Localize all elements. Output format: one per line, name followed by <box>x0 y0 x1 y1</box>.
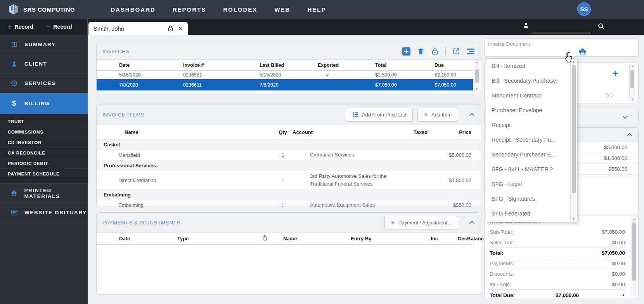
summary-scrollbar[interactable]: ▲ <box>631 218 637 296</box>
item-qty: 1 <box>273 177 293 183</box>
invoice-total: $7,050.00 <box>375 82 435 88</box>
sidebar-subitem-ca-reconcile[interactable]: CA RECONCILE <box>0 148 88 158</box>
dropdown-option-sfg-signatures[interactable]: SFG - Signatures <box>486 191 577 206</box>
close-icon[interactable]: × <box>178 25 183 32</box>
invoice-date: 5/15/2020 <box>119 72 183 78</box>
sidebar-item-website-obituary[interactable]: WEBSITE OBITUARY <box>0 203 88 222</box>
dropdown-option-sfg-federated[interactable]: SFG Federated <box>486 206 577 221</box>
scroll-down-icon[interactable]: ▼ <box>630 98 635 101</box>
sidebar-subitem-periodic-debit[interactable]: PERIODIC DEBIT <box>0 158 88 169</box>
invoice-item-row[interactable]: Mansfield1Cremation Services$5,000.00 <box>97 150 481 160</box>
sidebar-subitem-payment-schedule[interactable]: PAYMENT SCHEDULE <box>0 169 88 179</box>
invoice-row[interactable]: 7/8/202002366117/8/2020$7,050.00$7,050.0… <box>97 79 473 90</box>
user-avatar[interactable]: SS <box>577 2 591 16</box>
item-price: $550.00 <box>438 202 481 208</box>
invoice-exported-check-icon: ✓ <box>318 72 375 78</box>
topnav-item-reports[interactable]: REPORTS <box>173 6 206 13</box>
invoices-scrollbar[interactable]: ▲ ▼ <box>474 60 480 91</box>
payments-title: PAYMENTS & ADJUSTMENTS <box>102 220 180 226</box>
scroll-up-icon[interactable]: ▲ <box>631 218 637 221</box>
printer-icon[interactable] <box>578 48 587 57</box>
item-group-header: Professional Services <box>97 160 481 171</box>
tab-bar: + Record − Record Smith, John × <box>0 19 644 35</box>
search-icon[interactable] <box>597 23 605 31</box>
remove-record-label: Record <box>53 24 72 30</box>
chevron-down-icon[interactable] <box>622 114 628 121</box>
open-external-icon[interactable] <box>452 47 460 55</box>
menu-lines-icon[interactable] <box>467 48 475 55</box>
sidebar-item-billing[interactable]: $BILLING <box>0 93 88 114</box>
dropdown-option-receipt[interactable]: Receipt <box>486 118 577 132</box>
record-controls: + Record − Record <box>0 19 88 35</box>
sidebar-item-summary[interactable]: SUMMARY <box>0 35 88 54</box>
item-group-header: Casket <box>97 139 481 150</box>
add-item-button[interactable]: + Add Item <box>417 108 458 122</box>
tab-smith-john[interactable]: Smith, John × <box>88 22 188 35</box>
remove-record-button[interactable]: − Record <box>47 23 72 30</box>
invoices-panel: INVOICES DateInvoice #Last BilledExporte… <box>96 43 481 93</box>
topnav-item-rolodex[interactable]: ROLODEX <box>223 6 257 13</box>
scroll-thumb[interactable] <box>572 65 576 193</box>
scroll-up-icon[interactable]: ▲ <box>571 60 576 63</box>
sidebar-subitem-cd-investor[interactable]: CD INVESTOR <box>0 137 88 148</box>
scroll-down-icon[interactable]: ▼ <box>474 88 480 90</box>
dropdown-option-receipt-secondary-pu[interactable]: Receipt - Secondary Pu... <box>486 132 577 147</box>
scroll-down-icon[interactable]: ▼ <box>571 217 576 220</box>
payments-column-headers: DateTypeNameEntry ByIncDecBalance <box>97 233 473 245</box>
dropdown-option-bill-secondary-purchaser[interactable]: Bill - Secondary Purchaser <box>486 73 577 88</box>
invoices-col-invoice: Invoice # <box>183 63 260 68</box>
add-icon[interactable]: + <box>613 68 618 79</box>
add-payment-adjustment-button[interactable]: + Payment / Adjustment... <box>384 216 458 229</box>
dropdown-option-secondary-purchaser-e[interactable]: Secondary Purchaser E... <box>486 147 577 162</box>
scroll-up-icon[interactable]: ▲ <box>630 65 635 68</box>
add-from-price-list-button[interactable]: Add From Price List <box>346 108 413 122</box>
invoice-document-placeholder: Invoice Document <box>488 41 530 47</box>
tab-label: Smith, John <box>93 25 124 32</box>
dropdown-option-sfg-8x11-master-2[interactable]: SFG - 8x11 - MASTER 2 <box>486 162 577 177</box>
invoice-date: 7/8/2020 <box>119 82 183 88</box>
dropdown-arrow-icon[interactable]: ▼ <box>622 294 625 297</box>
toolbar-divider <box>445 47 446 56</box>
sidebar-item-services[interactable]: SERVICES <box>0 74 88 93</box>
chevron-up-icon[interactable] <box>627 133 632 137</box>
chevron-up-icon[interactable] <box>469 221 475 224</box>
timer-icon <box>246 235 283 242</box>
invoice-item-row[interactable]: Direct Cremation13rd Party Automotive Sa… <box>97 171 481 189</box>
item-price: $1,500.00 <box>438 177 481 183</box>
invoices-panel-header: INVOICES <box>97 43 481 60</box>
scroll-thumb[interactable] <box>630 70 634 88</box>
dropdown-option-purchaser-envelope[interactable]: Purchaser Envelope <box>486 103 577 118</box>
invoice-items-column-headers: NameQtyAccountTaxedPrice <box>97 125 481 139</box>
chevron-up-icon[interactable] <box>469 113 475 116</box>
sidebar-item-client[interactable]: CLIENT <box>0 54 88 74</box>
delete-invoice-button[interactable] <box>417 47 424 56</box>
item-name: Mansfield <box>97 152 273 158</box>
scroll-thumb[interactable] <box>632 222 636 281</box>
sidebar-subitem-commissions[interactable]: COMMISSIONS <box>0 127 88 137</box>
payments-col-entry-by: Entry By <box>351 236 415 241</box>
sidebar-subitem-trust[interactable]: TRUST <box>0 116 88 127</box>
topnav-item-dashboard[interactable]: DASHBOARD <box>111 6 156 13</box>
topnav-item-help[interactable]: HELP <box>307 6 326 13</box>
dropdown-option-monument-contract[interactable]: Monument Contract <box>486 88 577 103</box>
invoice-document-combo[interactable]: Invoice Document ▼ <box>484 38 639 57</box>
invoice-row[interactable]: 5/15/202002365815/15/2020✓$2,500.00$2,18… <box>97 71 473 79</box>
topnav-item-web[interactable]: WEB <box>274 6 290 13</box>
invoice-due: $2,180.00 <box>435 72 473 78</box>
scroll-thumb[interactable] <box>475 69 479 83</box>
add-invoice-button[interactable] <box>402 47 410 56</box>
dropdown-arrow-icon[interactable]: ▼ <box>567 51 571 55</box>
dropdown-scrollbar[interactable]: ▲ ▼ <box>570 59 576 221</box>
scroll-up-icon[interactable]: ▲ <box>474 61 480 64</box>
lock-invoice-button[interactable] <box>431 47 439 56</box>
add-record-button[interactable]: + Record <box>8 23 33 30</box>
sidebar-item-printed-materials[interactable]: PRINTED MATERIALS <box>0 184 88 203</box>
dropdown-option-bill-itemized[interactable]: Bill - Itemized <box>486 59 577 73</box>
invoice-item-row[interactable]: Embalming1Automotive Equipment Sales$550… <box>97 200 481 210</box>
invoice-summary-panel: INVOICE SUMMARY Sub-Total:$7,050.00Sales… <box>484 216 639 298</box>
plus-icon: + <box>424 111 428 118</box>
right-upper-scrollbar[interactable]: ▲ ▼ <box>629 64 635 101</box>
global-search-input[interactable] <box>531 23 591 33</box>
summary-value: $7,050.00 <box>602 250 625 256</box>
dropdown-option-sfg-legal[interactable]: SFG - Legal <box>486 177 577 191</box>
